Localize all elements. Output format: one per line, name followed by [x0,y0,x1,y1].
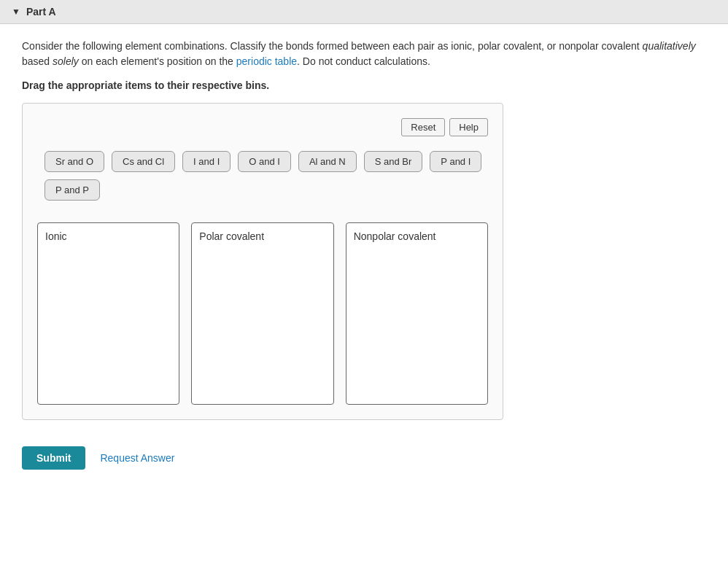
part-title: Part A [26,6,56,18]
bin-label-ionic: Ionic [45,230,171,242]
interactive-box: Reset Help Sr and OCs and ClI and IO and… [22,103,503,420]
instructions-paragraph: Consider the following element combinati… [22,39,706,69]
periodic-table-link[interactable]: periodic table [236,55,297,67]
drag-item-al-n[interactable]: Al and N [298,151,357,172]
part-header: ▼ Part A [0,0,728,24]
instructions-text-after-italic: on each element's position on the [79,55,236,67]
bin-nonpolar-covalent[interactable]: Nonpolar covalent [346,222,488,405]
drag-item-o-i[interactable]: O and I [238,151,291,172]
drag-instruction-text: Drag the appropriate items to their resp… [22,79,706,91]
bin-polar-covalent[interactable]: Polar covalent [191,222,333,405]
page-container: ▼ Part A Consider the following element … [0,0,728,571]
bin-label-nonpolar-covalent: Nonpolar covalent [354,230,480,242]
drag-item-s-br[interactable]: S and Br [364,151,423,172]
drag-item-sr-o[interactable]: Sr and O [44,151,104,172]
top-controls: Reset Help [37,118,488,136]
drag-item-i-i[interactable]: I and I [182,151,231,172]
draggable-items-area: Sr and OCs and ClI and IO and IAl and NS… [37,151,488,201]
reset-button[interactable]: Reset [401,118,445,136]
request-answer-link[interactable]: Request Answer [100,452,174,464]
bin-label-polar-covalent: Polar covalent [199,230,325,242]
instructions-text-after-link: . Do not conduct calculations. [297,55,430,67]
drag-item-p-p[interactable]: P and P [44,179,100,201]
help-button[interactable]: Help [449,118,488,136]
instructions-italic-qualitatively: qualitatively [643,40,696,52]
collapse-arrow-icon[interactable]: ▼ [12,7,20,17]
bottom-bar: Submit Request Answer [0,435,728,481]
content-area: Consider the following element combinati… [0,24,728,435]
drag-item-cs-cl[interactable]: Cs and Cl [112,151,175,172]
bins-container: IonicPolar covalentNonpolar covalent [37,222,488,405]
instructions-italic-solely: solely [53,55,79,67]
drag-item-p-i[interactable]: P and I [430,151,481,172]
instructions-text-middle: based [22,55,53,67]
bin-ionic[interactable]: Ionic [37,222,179,405]
instructions-text-before-link: Consider the following element combinati… [22,40,643,52]
submit-button[interactable]: Submit [22,446,85,470]
